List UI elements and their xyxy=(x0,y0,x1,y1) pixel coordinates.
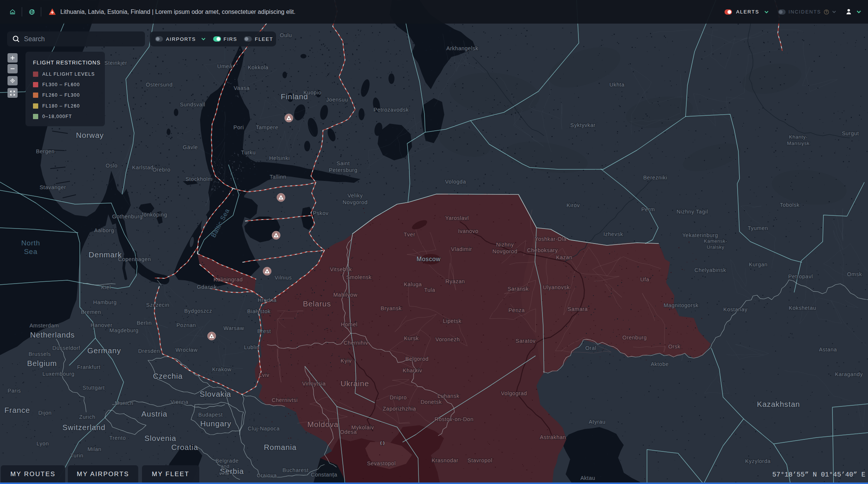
svg-text:Düsseldorf: Düsseldorf xyxy=(52,345,81,351)
svg-text:Romania: Romania xyxy=(264,443,297,451)
svg-text:Gothenburg: Gothenburg xyxy=(112,214,143,220)
svg-text:Bergen: Bergen xyxy=(36,148,55,154)
svg-text:Munich: Munich xyxy=(115,400,133,406)
svg-text:Arkhangelsk: Arkhangelsk xyxy=(446,45,478,51)
svg-text:Kostanay: Kostanay xyxy=(723,306,748,312)
svg-text:Örebro: Örebro xyxy=(152,166,170,173)
svg-text:Yaroslavl: Yaroslavl xyxy=(445,215,469,221)
svg-text:Vinnytsia: Vinnytsia xyxy=(302,381,326,387)
svg-text:Poznan: Poznan xyxy=(176,322,196,328)
svg-text:Hamburg: Hamburg xyxy=(93,299,117,305)
svg-text:Aktau: Aktau xyxy=(580,475,595,481)
svg-text:Vienna: Vienna xyxy=(170,399,188,405)
svg-text:Denmark: Denmark xyxy=(89,250,122,259)
svg-text:Moldova: Moldova xyxy=(307,420,338,429)
svg-text:Białystok: Białystok xyxy=(247,308,271,314)
svg-text:Bydgoszcz: Bydgoszcz xyxy=(184,308,212,314)
svg-text:Zaporizhzhia: Zaporizhzhia xyxy=(382,406,416,412)
svg-text:Odesa: Odesa xyxy=(340,429,357,435)
svg-text:Atyrau: Atyrau xyxy=(589,419,606,425)
svg-text:Joensuu: Joensuu xyxy=(326,97,348,103)
svg-text:Vaasa: Vaasa xyxy=(234,85,250,91)
svg-text:Lviv: Lviv xyxy=(259,372,269,378)
svg-text:( ): ( ) xyxy=(380,441,385,445)
svg-text:Czechia: Czechia xyxy=(153,372,183,380)
svg-text:Turin: Turin xyxy=(70,453,84,459)
svg-text:Kiel: Kiel xyxy=(101,284,111,290)
svg-text:Omsk: Omsk xyxy=(847,271,862,277)
svg-text:Dresden: Dresden xyxy=(138,348,160,354)
svg-text:Stockholm: Stockholm xyxy=(185,176,212,182)
svg-text:Petersburg: Petersburg xyxy=(329,167,357,173)
svg-text:Luhansk: Luhansk xyxy=(438,393,460,399)
svg-text:Gävle: Gävle xyxy=(183,144,198,150)
svg-text:Aktobe: Aktobe xyxy=(651,361,669,367)
svg-text:Kokkola: Kokkola xyxy=(248,64,269,70)
svg-text:Ryazan: Ryazan xyxy=(445,278,465,284)
svg-text:Brussels: Brussels xyxy=(28,351,51,357)
svg-text:and: and xyxy=(221,463,229,469)
svg-text:Karlstad: Karlstad xyxy=(132,164,153,170)
svg-text:Vladimir: Vladimir xyxy=(451,246,472,252)
svg-text:Lipetsk: Lipetsk xyxy=(443,318,462,324)
svg-text:Magnitogorsk: Magnitogorsk xyxy=(663,302,698,308)
svg-text:Mahilyow: Mahilyow xyxy=(333,292,357,298)
svg-text:Bryansk: Bryansk xyxy=(381,305,402,311)
svg-text:Perm: Perm xyxy=(641,206,655,212)
svg-text:Croatia: Croatia xyxy=(171,443,198,451)
svg-text:Warsaw: Warsaw xyxy=(224,325,244,331)
svg-text:Novgorod: Novgorod xyxy=(493,248,518,254)
svg-text:Volgograd: Volgograd xyxy=(501,390,527,396)
svg-text:Amsterdam: Amsterdam xyxy=(30,323,59,329)
svg-text:Kuopio: Kuopio xyxy=(303,90,321,96)
svg-text:Oral: Oral xyxy=(585,345,596,351)
svg-text:Kharkiv: Kharkiv xyxy=(403,367,422,373)
svg-text:Vologda: Vologda xyxy=(445,179,466,185)
svg-text:Kazakhstan: Kazakhstan xyxy=(757,400,800,408)
svg-text:Lublin: Lublin xyxy=(244,344,260,350)
svg-text:Dnipro: Dnipro xyxy=(390,394,407,400)
svg-text:Bucharest: Bucharest xyxy=(282,467,309,473)
svg-text:Cluj-Napoca: Cluj-Napoca xyxy=(248,426,280,432)
svg-text:Switzerland: Switzerland xyxy=(63,423,106,432)
svg-text:Astana: Astana xyxy=(819,347,837,353)
svg-text:Oslo: Oslo xyxy=(106,163,118,169)
svg-text:Penza: Penza xyxy=(508,307,525,313)
svg-text:Ukraine: Ukraine xyxy=(341,379,369,388)
svg-text:Izhevsk: Izhevsk xyxy=(604,231,623,237)
svg-text:Constanța: Constanța xyxy=(311,472,338,478)
svg-text:Pori: Pori xyxy=(233,124,244,130)
svg-text:Krasnodar: Krasnodar xyxy=(432,457,458,463)
svg-text:Paris: Paris xyxy=(7,388,21,394)
svg-text:Sea: Sea xyxy=(24,248,37,255)
svg-text:Jönköping: Jönköping xyxy=(141,212,167,218)
svg-text:Oulu: Oulu xyxy=(280,32,292,38)
svg-text:Helsinki: Helsinki xyxy=(269,155,290,161)
svg-text:Hungary: Hungary xyxy=(200,419,231,428)
svg-text:Kamensk-: Kamensk- xyxy=(704,238,728,244)
svg-text:Umeå: Umeå xyxy=(217,63,233,69)
svg-text:Frankfurt: Frankfurt xyxy=(77,364,101,370)
svg-text:Luxembourg: Luxembourg xyxy=(42,371,75,377)
svg-text:Kazan: Kazan xyxy=(556,254,572,260)
svg-text:Tver: Tver xyxy=(404,232,415,238)
svg-text:Berlin: Berlin xyxy=(137,320,152,326)
svg-text:France: France xyxy=(4,406,30,414)
svg-text:Belarus: Belarus xyxy=(303,299,331,308)
svg-text:Dijon: Dijon xyxy=(38,410,52,416)
svg-text:Germany: Germany xyxy=(87,346,121,355)
svg-text:Berezniki: Berezniki xyxy=(643,175,667,181)
svg-text:Belgorod: Belgorod xyxy=(405,356,429,362)
svg-text:Mansiysk: Mansiysk xyxy=(787,140,810,146)
svg-text:Tula: Tula xyxy=(424,287,435,293)
svg-text:Pskov: Pskov xyxy=(313,210,329,216)
svg-text:Bremen: Bremen xyxy=(81,309,101,315)
svg-text:Orsk: Orsk xyxy=(668,344,681,350)
svg-text:Tobolsk: Tobolsk xyxy=(780,202,800,208)
svg-text:Sundsvall: Sundsvall xyxy=(180,102,205,108)
svg-text:Aalborg: Aalborg xyxy=(94,227,114,233)
svg-text:Magdeburg: Magdeburg xyxy=(109,327,139,333)
svg-text:Belgrade: Belgrade xyxy=(215,458,239,464)
svg-text:Sevastopol: Sevastopol xyxy=(367,460,396,466)
svg-text:Vilnius: Vilnius xyxy=(275,275,292,281)
